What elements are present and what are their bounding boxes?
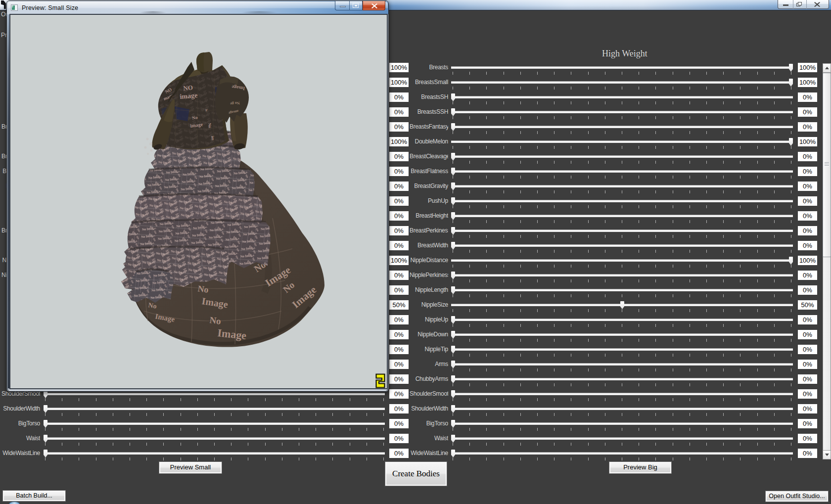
svg-text:No: No [207,123,212,128]
svg-text:image: image [180,92,198,100]
svg-text:No ge: No ge [230,101,240,106]
svg-text:NO: NO [183,84,193,92]
svg-text:No: No [209,315,222,326]
svg-text:No: No [192,115,198,121]
svg-text:im: im [210,136,215,140]
svg-text:No: No [147,301,157,310]
svg-text:No: No [197,283,209,295]
